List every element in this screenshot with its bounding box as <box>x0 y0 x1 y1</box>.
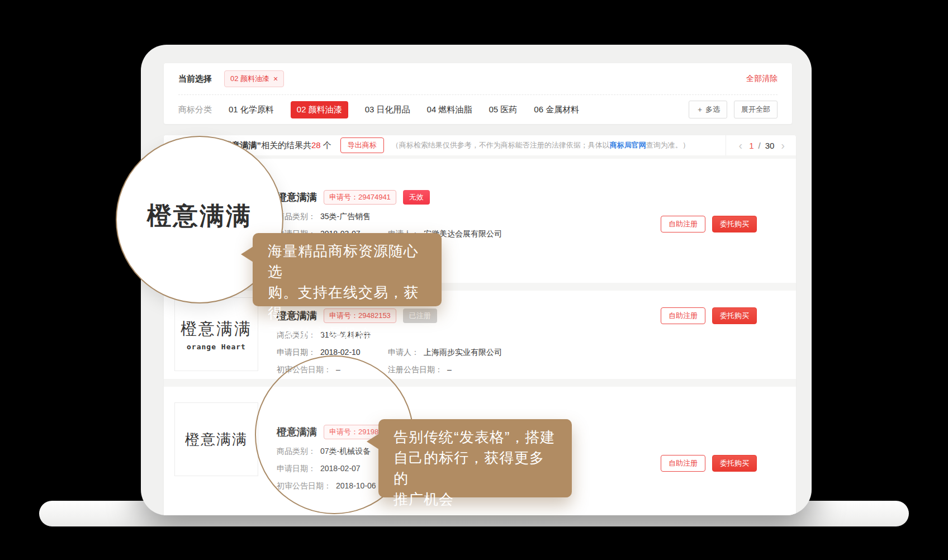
screenshot-stage: 当前选择 02 颜料油漆 × 全部清除 商标分类 01 化学原料 02 颜料油漆… <box>0 0 948 560</box>
field-value: – <box>447 365 452 374</box>
trademark-thumb-text: 橙意满满 <box>185 430 248 449</box>
tooltip-line: 自己的标行，获得更多的 <box>394 448 557 489</box>
tooltip-line: 购。支持在线交易，获得 <box>268 282 426 324</box>
magnified-trademark-text: 橙意满满 <box>147 200 252 232</box>
row-actions-1: 自助注册 委托购买 <box>661 216 757 232</box>
trademark-image-3[interactable]: 橙意满满 <box>174 402 258 476</box>
category-actions: ＋ 多选 展开全部 <box>689 101 778 118</box>
entrust-purchase-button[interactable]: 委托购买 <box>712 455 757 472</box>
results-header: 为您检索到“橙意满满”相关的结果共28 个 导出商标 （商标检索结果仅供参考，不… <box>164 135 796 155</box>
pagination-current: 1 <box>749 141 753 150</box>
close-icon[interactable]: × <box>273 75 278 83</box>
export-trademarks-button[interactable]: 导出商标 <box>340 137 384 153</box>
callout-tooltip-trade: 海量精品商标资源随心选 购。支持在线交易，获得 更多的交易机会 <box>253 233 442 306</box>
field-value: 上海雨步实业有限公司 <box>424 348 502 357</box>
tooltip-line: 海量精品商标资源随心选 <box>268 241 426 282</box>
category-item-01[interactable]: 01 化学原料 <box>229 105 274 115</box>
field-label: 申请日期： <box>277 348 316 357</box>
results-count: 28 <box>311 140 321 150</box>
multi-select-button[interactable]: ＋ 多选 <box>689 101 727 118</box>
field-value: 35类-广告销售 <box>320 212 371 221</box>
trademark-image-2[interactable]: 橙意满满 orange Heart <box>174 297 258 371</box>
field-label: 注册公告日期： <box>388 365 443 374</box>
self-register-button[interactable]: 自助注册 <box>661 307 705 324</box>
pagination-total: 30 <box>765 141 775 150</box>
category-row: 商标分类 01 化学原料 02 颜料油漆 03 日化用品 04 燃料油脂 05 … <box>164 95 792 124</box>
filter-card: 当前选择 02 颜料油漆 × 全部清除 商标分类 01 化学原料 02 颜料油漆… <box>164 63 792 124</box>
clear-all-button[interactable]: 全部清除 <box>746 74 778 84</box>
category-item-04[interactable]: 04 燃料油脂 <box>427 105 472 115</box>
self-register-button[interactable]: 自助注册 <box>661 216 705 232</box>
category-item-05[interactable]: 05 医药 <box>489 105 517 115</box>
category-row-label: 商标分类 <box>178 105 212 115</box>
tooltip-line: 推广机会 <box>394 489 557 510</box>
disclaimer-text: （商标检索结果仅供参考，不作为商标能否注册的法律依据；具体以商标局官网查询为准。… <box>392 140 690 150</box>
chevron-left-icon[interactable]: ‹ <box>736 140 745 151</box>
category-item-02-selected[interactable]: 02 颜料油漆 <box>291 101 348 118</box>
status-badge-invalid: 无效 <box>403 190 430 205</box>
tooltip-line: 更多的交易机会 <box>268 324 426 344</box>
chevron-right-icon[interactable]: › <box>779 140 787 151</box>
tooltip-line: 告别传统“发表格”，搭建 <box>394 427 557 448</box>
self-register-button[interactable]: 自助注册 <box>661 455 705 472</box>
application-number-tag: 申请号：29474941 <box>324 190 396 205</box>
trademark-name[interactable]: 橙意满满 <box>277 191 317 204</box>
callout-tooltip-promo: 告别传统“发表格”，搭建 自己的标行，获得更多的 推广机会 <box>378 419 572 497</box>
tooltip-arrow-icon <box>367 434 379 449</box>
trademark-thumb-subtext: orange Heart <box>187 343 246 351</box>
trademark-office-link[interactable]: 商标局官网 <box>610 141 646 149</box>
selected-filter-tag[interactable]: 02 颜料油漆 × <box>224 70 284 87</box>
pagination: ‹ 1 / 30 › <box>726 135 796 155</box>
tooltip-arrow-icon <box>241 246 253 262</box>
expand-all-button[interactable]: 展开全部 <box>734 101 778 118</box>
field-label: 申请人： <box>388 348 419 357</box>
row-actions-2: 自助注册 委托购买 <box>661 307 757 324</box>
current-selection-label: 当前选择 <box>178 74 212 84</box>
row-actions-3: 自助注册 委托购买 <box>661 455 757 472</box>
trademark-thumb-text: 橙意满满 <box>181 318 252 340</box>
category-item-06[interactable]: 06 金属材料 <box>534 105 579 115</box>
trademark-info-1: 橙意满满 申请号：29474941 无效 商品类别：35类-广告销售 申请日期：… <box>277 190 502 239</box>
current-selection-row: 当前选择 02 颜料油漆 × 全部清除 <box>164 63 792 94</box>
category-item-03[interactable]: 03 日化用品 <box>365 105 410 115</box>
selected-filter-tag-text: 02 颜料油漆 <box>230 74 269 84</box>
entrust-purchase-button[interactable]: 委托购买 <box>712 307 757 324</box>
entrust-purchase-button[interactable]: 委托购买 <box>712 216 757 232</box>
